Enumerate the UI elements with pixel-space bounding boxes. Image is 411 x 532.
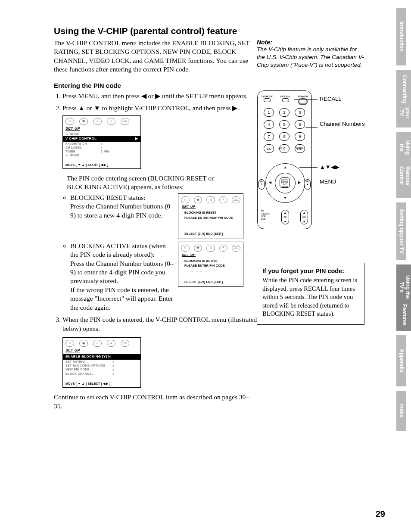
page-title: Using the V-CHIP (parental control) feat… [54,26,368,36]
menu-icon: CC [121,118,129,125]
menu-more-down: ▼ MORE [63,153,140,157]
remote-mode-list: TV CBL/SAT VCR DVD [261,210,270,220]
menu-row: SET BLOCKING OPTIONS [65,364,113,367]
remote-menu-button: MENU/ ENTER DVD MENU [280,177,290,188]
menu-row-label: TIMER: [65,149,101,153]
forget-body: While the PIN code entering screen is di… [262,276,359,318]
step-2: Press ▲ or ▼ to highlight V-CHIP CONTROL… [62,104,261,312]
note-body: The V-Chip feature is only available for… [257,46,364,69]
callout-channel-numbers: Channel Numbers [320,121,365,128]
menu-title: SET UP [63,126,140,132]
left-arrow-icon: ◀ [269,180,271,184]
screen-dashes: – – – – [178,268,243,280]
remote-number-button: 5 [279,120,290,129]
menu-icon: ⎚ [181,196,190,203]
bullet-reset-body: Press the Channel Number buttons (0–9) t… [70,202,174,218]
screen-active-figure: ⎚ ◉ ♫ ≡ CC SET UP BLOCKING IS ACTIVE PLE… [178,242,243,287]
menu-row-value: 0 MIN [101,149,109,153]
menu-icon: ≡ [219,245,228,252]
step-1: Press MENU, and then press ◀ or ▶ until … [62,92,261,100]
note-heading: Note: [257,39,364,46]
bullet-reset-title: BLOCKING RESET status: [70,194,146,201]
bullet-active-title: BLOCKING ACTIVE status (when the PIN cod… [70,242,166,258]
menu-icon: CC [232,245,240,252]
remote-number-button: 4 [264,120,274,129]
remote-chrtn-label: CH RTN [295,147,303,149]
section-heading: Entering the PIN code [54,82,368,89]
screen-footer: SELECT [0–9] END [EXIT] [178,279,243,286]
remote-number-button: 3 [295,108,305,117]
tab-setting-up[interactable]: Setting upyour TV [396,202,406,260]
page-number: 29 [376,509,385,519]
callout-menu: MENU [320,178,336,185]
tab-appendix[interactable]: Appendix [396,335,406,386]
remote-number-button: 2 [279,108,290,117]
menu-row: BLOCK CHANNEL [65,372,113,376]
down-arrow-icon: ▼ [283,196,287,200]
menu-highlight-row: ENABLE BLOCKING [Y] N [63,354,140,360]
step-2-post: The PIN code entering screen (BLOCKING R… [67,174,248,192]
screen-title: SET UP [178,205,243,210]
menu-footer: MOVE [ ▼ ▲ ] SELECT [ ◀ ▶ ] [63,380,140,387]
step-3-text: When the PIN code is entered, the V-CHIP… [62,316,257,332]
menu-icon: ⎚ [65,118,74,125]
remote-vol-rocker: ▲VOL▼ [300,210,308,224]
menu-icon: ♫ [206,245,215,252]
side-tabs: Introduction Connectingyour TV Using the… [396,8,411,436]
remote-ch-rocker: ▲CH▼ [281,210,289,224]
tab-features-current[interactable]: Using the TV'sFeatures [396,264,411,331]
menu-title: SET UP [63,348,140,354]
menu-setup-figure: ⎚ ◉ ♫ ≡ CC SET UP ▲ MORE V-CHIP CONTROL▶… [62,115,141,169]
menu-icon: ♫ [206,196,215,203]
callout-arrows: ▲▼◀▶ [320,164,339,170]
screen-msg: BLOCKING IS RESET [178,210,243,215]
menu-footer: MOVE [ ▼ ▲ ] START [ ◀ ▶ ] [63,161,140,168]
bullet-active-body-1: Press the Channel Number buttons (0–9) t… [70,260,174,285]
intro-paragraph: The V-CHIP CONTROL menu includes the ENA… [54,39,252,74]
forget-heading: If you forget your PIN code: [262,268,359,274]
remote-plus10-label: +10 [278,147,282,149]
remote-power-label: POWER [298,95,308,98]
tab-index[interactable]: Index [396,391,406,431]
screen-msg: PLEASE ENTER PIN CODE [178,263,243,268]
menu-icon: ⎚ [181,245,190,252]
menu-row: NEW PIN CODE [65,367,113,371]
menu-icon: ≡ [107,340,115,347]
remote-number-button: 100 [264,144,274,153]
screen-msg: BLOCKING IS ACTIVE [178,258,243,263]
menu-vchip-figure: ⎚ ◉ ♫ ≡ CC SET UP ENABLE BLOCKING [Y] N … [62,337,141,388]
menu-row: SET RATING [65,360,113,364]
step-2-text: Press ▲ or ▼ to highlight V-CHIP CONTROL… [62,104,239,112]
tab-remote[interactable]: Using theRemote Control [396,132,411,198]
menu-highlight-row: V-CHIP CONTROL▶ [63,136,140,142]
remote-number-button: 6 [295,120,305,129]
tab-introduction[interactable]: Introduction [396,8,406,65]
menu-icon: ◉ [79,118,88,125]
menu-more-up: ▲ MORE [63,132,140,136]
screen-footer: SELECT [0–9] END [EXIT] [178,231,243,238]
remote-number-button: 9 [295,132,305,141]
tab-connecting[interactable]: Connectingyour TV [396,70,411,128]
callout-recall: RECALL [320,96,342,102]
remote-recall-label: RECALL [280,95,291,98]
up-arrow-icon: ▲ [283,165,287,169]
continue-text: Continue to set each V-CHIP CONTROL item… [54,393,252,411]
forget-pin-box: If you forget your PIN code: While the P… [257,263,364,325]
remote-fav-button: FAV▼ [258,179,265,190]
menu-icon: ♫ [93,118,102,125]
screen-reset-figure: ⎚ ◉ ♫ ≡ CC SET UP BLOCKING IS RESET PLEA… [178,193,243,239]
menu-row: CH LABEL [65,146,101,149]
menu-icon: ◉ [79,340,88,347]
menu-row: FAVORITE CH [65,142,101,146]
menu-icon: ◉ [194,245,202,252]
menu-icon: ≡ [219,196,228,203]
remote-fav-button: FAV▲ [305,179,311,190]
menu-icon: ≡ [107,118,115,125]
remote-number-button: 7 [264,132,274,141]
menu-icon: ◉ [194,196,202,203]
bullet-active-body-2: If the wrong PIN code is entered, the me… [70,286,173,311]
screen-title: SET UP [178,253,243,258]
remote-number-button: 1 [264,108,274,117]
menu-icon: CC [232,196,240,203]
menu-icon: ♫ [93,340,102,347]
